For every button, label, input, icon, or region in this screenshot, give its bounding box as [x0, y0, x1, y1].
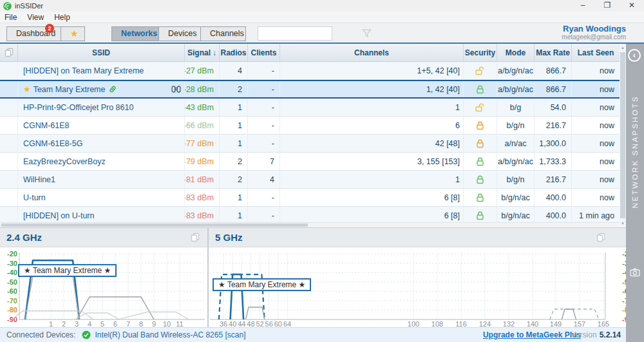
- clients-cell: -: [248, 207, 280, 222]
- maximize-button[interactable]: ❐: [595, 0, 620, 12]
- title-bar: inSSIDer – ❐ ✕: [0, 0, 644, 12]
- connected-devices-label: Connected Devices:: [6, 330, 75, 339]
- column-header-clients[interactable]: Clients: [248, 44, 280, 61]
- maxrate-cell: 216.7: [535, 171, 572, 188]
- security-cell: [464, 117, 497, 134]
- maxrate-cell: 54.0: [535, 99, 572, 116]
- link-icon: [108, 85, 117, 93]
- copy-chart-2-4ghz-button[interactable]: [191, 233, 200, 244]
- network-callout-2-4ghz[interactable]: ★ Team Mary Extreme ★: [18, 264, 117, 277]
- security-cell: [464, 62, 497, 79]
- column-header-maxrate[interactable]: Max Rate: [535, 44, 572, 61]
- network-snapshots-panel[interactable]: ‹ NETWORK SNAPSHOTS: [626, 44, 644, 342]
- user-name: Ryan Woodings: [562, 24, 626, 33]
- channels-cell: 1, 42 [40]: [280, 81, 464, 97]
- scroll-up-icon[interactable]: ▲: [620, 46, 626, 50]
- ssid-text: CGNM-61E8-5G: [23, 139, 82, 148]
- tab-devices[interactable]: Devices: [159, 27, 201, 41]
- favorite-star-icon: ★: [23, 84, 31, 94]
- column-header-ssid[interactable]: SSID: [18, 44, 185, 61]
- ssid-cell: [HIDDEN] on Team Mary Extreme: [18, 62, 185, 79]
- lastseen-cell: now: [572, 135, 620, 152]
- table-row[interactable]: HP-Print-9C-Officejet Pro 8610-43 dBm1-1…: [0, 99, 620, 117]
- filter-searchbox[interactable]: [258, 26, 332, 41]
- svg-text:-50: -50: [7, 278, 17, 286]
- sort-descending-icon: ↓: [213, 48, 216, 57]
- tab-channels[interactable]: Channels: [201, 27, 245, 41]
- channels-cell: 6: [280, 117, 464, 134]
- security-cell: [464, 81, 497, 97]
- table-row[interactable]: ★Team Mary Extreme-28 dBm2-1, 42 [40]a/b…: [0, 80, 620, 99]
- snapshot-camera-icon[interactable]: [630, 268, 640, 279]
- ssid-text: [HIDDEN] on U-turn: [23, 211, 94, 220]
- upgrade-link[interactable]: Upgrade to MetaGeek Plus: [483, 330, 581, 339]
- clients-cell: 7: [248, 153, 280, 170]
- lastseen-cell: 1 min ago: [572, 207, 620, 222]
- chart-5ghz-header: 5 GHz: [209, 228, 626, 247]
- maxrate-cell: 866.7: [535, 62, 572, 79]
- user-account[interactable]: Ryan Woodings metageek@gmail.com: [562, 24, 626, 41]
- table-row[interactable]: [HIDDEN] on Team Mary Extreme-27 dBm4-1+…: [0, 62, 620, 80]
- ssid-text: EazyBreezyCoverBoyz: [23, 157, 106, 166]
- signal-cell: -83 dBm: [185, 189, 220, 206]
- network-callout-5ghz[interactable]: ★ Team Mary Extreme ★: [213, 278, 311, 291]
- ssid-text: [HIDDEN] on Team Mary Extreme: [23, 66, 144, 75]
- close-button[interactable]: ✕: [620, 0, 644, 12]
- table-row[interactable]: CGNM-61E8-5G-77 dBm1-42 [48]a/n/ac1,300.…: [0, 135, 620, 153]
- version-label: Version: [571, 330, 597, 339]
- menu-file[interactable]: File: [5, 13, 17, 22]
- mode-cell: a/n/ac: [497, 135, 535, 152]
- table-horizontal-scrollbar[interactable]: [0, 222, 620, 227]
- column-header-channels[interactable]: Channels: [280, 44, 464, 61]
- lock-closed-icon: [476, 193, 484, 202]
- lock-closed-icon: [476, 85, 484, 94]
- column-header-signal[interactable]: Signal↓: [185, 44, 220, 61]
- table-vertical-scrollbar[interactable]: ▲ ▼: [620, 44, 626, 227]
- ssid-text: CGNM-61E8: [23, 121, 70, 130]
- clients-cell: -: [248, 62, 280, 79]
- signal-cell: -27 dBm: [185, 62, 220, 79]
- column-header-mode[interactable]: Mode: [497, 44, 535, 61]
- ssid-cell: CGNM-61E8: [18, 117, 185, 134]
- security-cell: [464, 207, 497, 222]
- horizontal-scroll-thumb[interactable]: [1, 223, 308, 227]
- scroll-down-icon[interactable]: ▼: [620, 222, 626, 225]
- column-header-radios[interactable]: Radios: [220, 44, 248, 61]
- table-row[interactable]: [HIDDEN] on U-turn-83 dBm1-6 [8]b/g/n/ac…: [0, 207, 620, 222]
- lastseen-cell: now: [572, 81, 620, 97]
- table-row[interactable]: U-turn-83 dBm1-6 [8]b/g/n/ac400.0now: [0, 189, 620, 207]
- version-number: 5.2.14: [600, 330, 621, 339]
- copy-table-button[interactable]: [0, 44, 18, 61]
- ssid-cell: [HIDDEN] on U-turn: [18, 207, 185, 222]
- table-row[interactable]: WilHine1-81 dBm241b/g/n216.7now: [0, 171, 620, 189]
- maxrate-cell: 400.0: [535, 207, 572, 222]
- row-icon-cell: [0, 81, 18, 97]
- maxrate-cell: 866.7: [535, 81, 572, 97]
- menu-help[interactable]: Help: [54, 13, 70, 22]
- mode-cell: b/g/n: [497, 171, 535, 188]
- table-row[interactable]: EazyBreezyCoverBoyz-79 dBm273, 155 [153]…: [0, 153, 620, 171]
- ssid-text: HP-Print-9C-Officejet Pro 8610: [23, 103, 133, 112]
- star-icon: ★: [70, 28, 79, 39]
- menu-view[interactable]: View: [27, 13, 44, 22]
- table-row[interactable]: CGNM-61E8-66 dBm1-6b/g/n216.7now: [0, 117, 620, 135]
- filter-input[interactable]: [258, 28, 362, 39]
- signal-cell: -79 dBm: [185, 153, 220, 170]
- row-icon-cell: [0, 135, 18, 152]
- svg-text:-30: -30: [7, 260, 17, 267]
- radios-cell: 1: [220, 99, 248, 116]
- ssid-cell: CGNM-61E8-5G: [18, 135, 185, 152]
- signal-cell: -28 dBm: [185, 81, 220, 97]
- radios-cell: 1: [220, 189, 248, 206]
- mode-cell: a/b/g/n/ac: [497, 153, 535, 170]
- menu-bar: File View Help: [0, 12, 644, 23]
- copy-chart-5ghz-button[interactable]: [596, 233, 605, 244]
- minimize-button[interactable]: –: [571, 0, 595, 12]
- vertical-scroll-thumb[interactable]: [620, 52, 625, 218]
- panel-expand-chevron-icon[interactable]: ‹: [628, 49, 641, 62]
- column-header-lastseen[interactable]: Last Seen: [572, 44, 620, 61]
- column-header-security[interactable]: Security: [464, 44, 497, 61]
- favorites-star-button[interactable]: ★: [61, 27, 84, 41]
- tab-networks[interactable]: Networks: [112, 27, 159, 41]
- inssider-window: inSSIDer – ❐ ✕ File View Help Dashboard …: [0, 0, 644, 342]
